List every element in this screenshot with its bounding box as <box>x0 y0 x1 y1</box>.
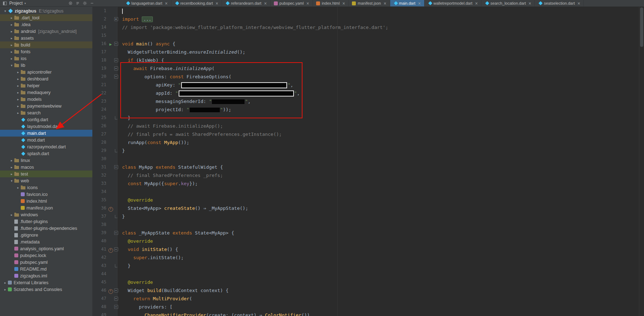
line-number[interactable]: 27 <box>93 130 108 138</box>
chevron-right-icon[interactable]: ▸ <box>15 111 21 115</box>
code-line-1[interactable]: 1 <box>93 7 644 15</box>
tree-item-linux[interactable]: ▸linux <box>0 157 92 164</box>
chevron-right-icon[interactable]: ▸ <box>15 77 21 81</box>
line-number[interactable]: 17 <box>93 48 108 56</box>
fold-collapse-icon[interactable]: − <box>113 40 118 48</box>
close-tab-icon[interactable]: × <box>383 1 386 5</box>
tree-item-fonts[interactable]: ▸fonts <box>0 48 92 55</box>
chevron-right-icon[interactable]: ▸ <box>15 84 21 88</box>
chevron-right-icon[interactable]: ▸ <box>9 172 14 176</box>
tab-referandearn-dart[interactable]: referandearn.dart× <box>222 0 270 6</box>
close-tab-icon[interactable]: × <box>418 1 421 5</box>
line-number[interactable]: 34 <box>93 188 108 196</box>
tab-recentbooking-dart[interactable]: recentbooking.dart× <box>171 0 222 6</box>
line-number[interactable]: 18 <box>93 56 108 64</box>
tree-item-helper[interactable]: ▸helper <box>0 82 92 89</box>
tree-item-razorpaymodel-dart[interactable]: razorpaymodel.dart <box>0 143 92 150</box>
close-tab-icon[interactable]: × <box>528 1 531 5</box>
tree-item-macos[interactable]: ▸macos <box>0 164 92 171</box>
chevron-right-icon[interactable]: ▸ <box>9 57 14 60</box>
collapse-all-icon[interactable] <box>75 1 80 6</box>
code-line-18[interactable]: 18− if (kIsWeb) { <box>93 56 644 64</box>
line-number[interactable]: 36 <box>93 204 108 212</box>
code-line-44[interactable]: 44 <box>93 270 644 278</box>
line-number[interactable]: 21 <box>93 81 108 89</box>
tree-item-pubspec-yaml[interactable]: pubspec.yaml <box>0 259 92 266</box>
fold-collapse-icon[interactable]: − <box>113 64 118 73</box>
fold-collapse-icon[interactable]: − <box>113 56 118 64</box>
line-number[interactable]: 25 <box>93 114 108 122</box>
tab-languagetran-dart[interactable]: languagetran.dart× <box>122 0 171 6</box>
code-line-29[interactable]: 29} <box>93 147 644 155</box>
code-line-25[interactable]: 25 } <box>93 114 644 122</box>
editor-scrollbar[interactable] <box>639 7 644 316</box>
line-number[interactable]: 33 <box>93 179 108 188</box>
chevron-right-icon[interactable]: ▸ <box>9 43 14 47</box>
close-tab-icon[interactable]: × <box>475 1 478 5</box>
tree-item-config-dart[interactable]: config.dart <box>0 116 92 123</box>
tree-item-readme-md[interactable]: README.md <box>0 266 92 272</box>
fold-collapse-icon[interactable]: − <box>113 303 118 311</box>
chevron-right-icon[interactable]: ▸ <box>9 36 14 40</box>
line-number[interactable]: 42 <box>93 253 108 262</box>
tree-item-analysis-options-yaml[interactable]: analysis_options.yaml <box>0 245 92 252</box>
chevron-right-icon[interactable]: ▸ <box>3 288 8 291</box>
tree-item-flutter-plugins-dependencies[interactable]: .flutter-plugins-dependencies <box>0 225 92 232</box>
tree-item-mod-dart[interactable]: mod.dart <box>0 137 92 143</box>
tree-item-index-html[interactable]: index.html <box>0 198 92 204</box>
line-number[interactable]: 46 <box>93 286 108 295</box>
tree-item-metadata[interactable]: .metadata <box>0 238 92 245</box>
code-line-20[interactable]: 20− options: const FirebaseOptions( <box>93 73 644 81</box>
close-tab-icon[interactable]: × <box>165 1 168 5</box>
line-number[interactable]: 26 <box>93 122 108 130</box>
chevron-down-icon[interactable]: ▾ <box>9 179 14 183</box>
code-line-40[interactable]: 40 @override <box>93 237 644 245</box>
code-line-37[interactable]: 37} <box>93 212 644 221</box>
chevron-right-icon[interactable]: ▸ <box>9 50 14 54</box>
scrollbar-thumb[interactable] <box>640 8 643 47</box>
locate-file-icon[interactable] <box>68 1 73 6</box>
fold-collapse-icon[interactable]: − <box>113 245 118 253</box>
line-number[interactable]: 37 <box>93 212 108 221</box>
chevron-down-icon[interactable]: ▾ <box>9 64 14 67</box>
line-number[interactable]: 39 <box>93 229 108 237</box>
line-number[interactable]: 40 <box>93 237 108 245</box>
tree-item-layoutmodel-dart[interactable]: layoutmodel.dart <box>0 123 92 130</box>
code-line-23[interactable]: 23 messagingSenderId: "", <box>93 97 644 105</box>
tree-item-mediaquery[interactable]: ▸mediaquery <box>0 89 92 96</box>
code-line-47[interactable]: 47− return MultiProvider( <box>93 295 644 303</box>
tree-item-models[interactable]: ▸models <box>0 96 92 103</box>
code-line-32[interactable]: 32 // final SharedPreferences _prefs; <box>93 171 644 179</box>
tab-walletreportmodel-dart[interactable]: walletreportmodel.dart× <box>425 0 481 6</box>
tree-item-lib[interactable]: ▾lib <box>0 62 92 69</box>
run-icon[interactable]: ▶ <box>108 40 113 48</box>
tree-item-ios[interactable]: ▸ios <box>0 55 92 62</box>
project-panel-title[interactable]: Project <box>9 1 23 6</box>
chevron-right-icon[interactable]: ▸ <box>9 30 14 33</box>
chevron-right-icon[interactable]: ▸ <box>15 186 21 189</box>
tree-item-pubspec-lock[interactable]: pubspec.lock <box>0 252 92 259</box>
tab-pubspec-yaml[interactable]: pubspec.yaml× <box>271 0 313 6</box>
tab-main-dart[interactable]: main.dart× <box>390 0 425 6</box>
line-number[interactable]: 24 <box>93 105 108 114</box>
line-number[interactable]: 15 <box>93 31 108 40</box>
override-method-icon[interactable]: ↑ <box>108 245 113 253</box>
line-number[interactable]: 47 <box>93 295 108 303</box>
chevron-right-icon[interactable]: ▸ <box>15 70 21 74</box>
tab-index-html[interactable]: index.html× <box>313 0 349 6</box>
line-number[interactable]: 23 <box>93 97 108 105</box>
line-number[interactable]: 2 <box>93 15 108 23</box>
tree-item-build[interactable]: ▸build <box>0 41 92 48</box>
close-tab-icon[interactable]: × <box>306 1 309 5</box>
code-line-33[interactable]: 33 const MyApp({super.key}); <box>93 179 644 188</box>
line-number[interactable]: 48 <box>93 303 108 311</box>
tree-item-zigzagbus[interactable]: ▾zigzagbusE:\zigzagbus <box>0 8 92 14</box>
code-line-2[interactable]: 2+import ... <box>93 15 644 23</box>
line-number[interactable]: 44 <box>93 270 108 278</box>
code-line-46[interactable]: 46↑− Widget build(BuildContext context) … <box>93 286 644 295</box>
code-line-26[interactable]: 26 // await Firebase.initializeApp(); <box>93 122 644 130</box>
code-line-34[interactable]: 34 <box>93 188 644 196</box>
code-line-39[interactable]: 39−class _MyAppState extends State<MyApp… <box>93 229 644 237</box>
code-line-49[interactable]: 49 ChangeNotifierProvider(create: (conte… <box>93 311 644 316</box>
code-line-27[interactable]: 27 // final prefs = await SharedPreferen… <box>93 130 644 138</box>
